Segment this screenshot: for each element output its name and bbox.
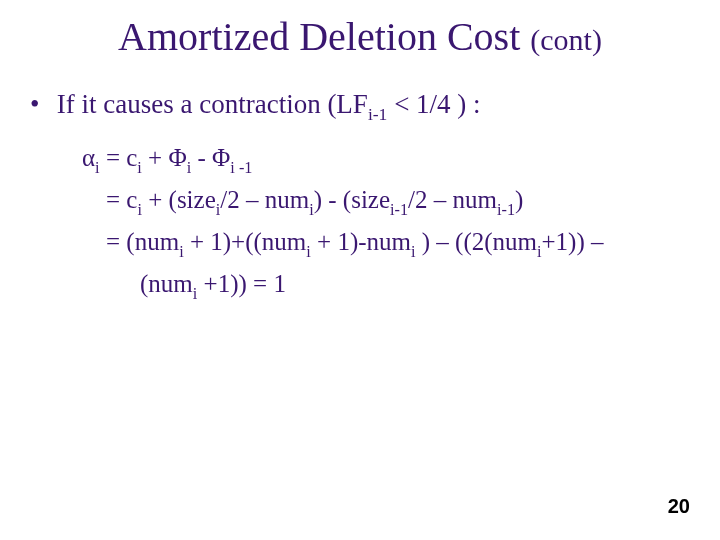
l4-sub1: i (193, 285, 198, 303)
l1-b: = c (100, 144, 138, 171)
l2-b: + (size (142, 186, 216, 213)
title-main: Amortized Deletion Cost (118, 14, 520, 59)
l2-d: ) - (size (314, 186, 390, 213)
math-block: αi = ci + Φi - Φi -1 = ci + (sizei/2 – n… (82, 138, 690, 306)
l4-a: (num (140, 270, 193, 297)
l2-e: /2 – num (408, 186, 497, 213)
l1-sub2: i (137, 159, 142, 177)
l2-sub3: i (309, 201, 314, 219)
l3-b: + 1)+((num (184, 228, 307, 255)
l1-sub4: i -1 (230, 159, 252, 177)
l2-sub5: i-1 (497, 201, 515, 219)
bullet-dot-icon: • (30, 89, 50, 120)
l3-sub2: i (306, 243, 311, 261)
l2-f: ) (515, 186, 523, 213)
l3-e: +1)) – (542, 228, 604, 255)
alpha-symbol: α (82, 144, 95, 171)
l2-c: /2 – num (220, 186, 309, 213)
bullet-text-b: < 1/4 ) : (387, 89, 480, 119)
l2-sub1: i (137, 201, 142, 219)
math-line-1: αi = ci + Φi - Φi -1 (82, 138, 690, 180)
l3-sub4: i (537, 243, 542, 261)
slide-title: Amortized Deletion Cost (cont) (30, 15, 690, 59)
bullet-text-a: If it causes a contraction (LF (57, 89, 368, 119)
math-line-3: = (numi + 1)+((numi + 1)-numi ) – ((2(nu… (82, 222, 690, 264)
l2-sub4: i-1 (390, 201, 408, 219)
page-number: 20 (668, 495, 690, 518)
l3-c: + 1)-num (311, 228, 411, 255)
l2-a: = c (106, 186, 137, 213)
l3-d: ) – ((2(num (416, 228, 538, 255)
l3-sub3: i (411, 243, 416, 261)
l3-a: = (num (106, 228, 179, 255)
l1-sub3: i (187, 159, 192, 177)
l4-b: +1)) = 1 (197, 270, 286, 297)
slide: Amortized Deletion Cost (cont) • If it c… (0, 0, 720, 540)
l2-sub2: i (216, 201, 221, 219)
math-line-2: = ci + (sizei/2 – numi) - (sizei-1/2 – n… (82, 180, 690, 222)
math-line-4: (numi +1)) = 1 (82, 264, 690, 306)
l1-sub1: i (95, 159, 100, 177)
l1-d: - Φ (191, 144, 230, 171)
l3-sub1: i (179, 243, 184, 261)
l1-c: + Φ (142, 144, 187, 171)
bullet-line: • If it causes a contraction (LFi-1 < 1/… (30, 89, 690, 124)
bullet-sub: i-1 (368, 104, 387, 124)
title-cont: (cont) (530, 23, 602, 56)
